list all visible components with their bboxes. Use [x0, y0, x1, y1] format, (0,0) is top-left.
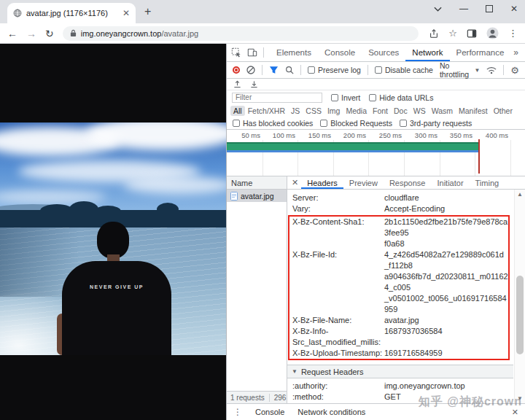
name-column-header[interactable]: Name: [227, 176, 287, 190]
third-party-requests-checkbox[interactable]: 3rd-party requests: [400, 119, 472, 128]
tab-initiator[interactable]: Initiator: [431, 176, 469, 189]
tab-performance[interactable]: Performance: [450, 44, 511, 61]
side-panel-icon[interactable]: [467, 28, 477, 39]
detail-close-icon[interactable]: ✕: [292, 178, 298, 187]
drawer-menu-icon[interactable]: ⋮: [233, 407, 242, 417]
network-filter-input[interactable]: [232, 93, 322, 103]
tab-network[interactable]: Network: [405, 44, 449, 61]
window-close-button[interactable]: ✕: [510, 4, 518, 14]
devtools-drawer: ⋮ Console Network conditions ✕: [227, 403, 525, 420]
hide-data-urls-checkbox[interactable]: Hide data URLs: [369, 93, 433, 102]
overview-response-bar: [227, 142, 478, 150]
tick-label: 100 ms: [262, 131, 295, 139]
globe-icon: [13, 9, 22, 18]
pill-font[interactable]: Font: [370, 106, 391, 116]
blocked-requests-checkbox[interactable]: Blocked Requests: [320, 119, 392, 128]
shirt-text: NEVER GIVE UP: [62, 284, 171, 289]
drawer-tab-console[interactable]: Console: [255, 408, 284, 416]
tab-timing[interactable]: Timing: [470, 176, 505, 189]
overview-dcl-bar: [227, 150, 478, 152]
url-bar[interactable]: img.oneyangcrown.top/avatar.jpg: [63, 26, 419, 41]
pill-ws[interactable]: WS: [411, 106, 429, 116]
header-row: :path: /avatar.jpg: [287, 402, 513, 403]
new-tab-button[interactable]: +: [144, 5, 151, 18]
browser-toolbar: ← → ↻ img.oneyangcrown.top/avatar.jpg ☆ …: [0, 23, 525, 44]
tab-elements[interactable]: Elements: [270, 44, 318, 61]
triangle-down-icon: ▼: [292, 368, 298, 375]
browser-tab[interactable]: avatar.jpg (1176×1176) ✕: [7, 3, 136, 23]
header-row: X-Bz-Content-Sha1: 2b1c1150ed2fbe21b75fe…: [289, 217, 508, 249]
invert-checkbox[interactable]: Invert: [331, 93, 360, 102]
header-row: :authority: img.oneyangcrown.top: [287, 381, 513, 392]
tick-label: 300 ms: [404, 131, 438, 139]
inspect-element-icon[interactable]: [231, 47, 241, 58]
disable-cache-checkbox[interactable]: Disable cache: [375, 66, 433, 74]
import-har-icon[interactable]: [233, 80, 241, 88]
url-domain: img.oneyangcrown.top: [81, 29, 162, 38]
record-icon[interactable]: [233, 66, 240, 74]
tick-label: 400 ms: [475, 131, 508, 139]
scroll-down-icon[interactable]: ▼: [515, 395, 525, 402]
headers-pane: Server: cloudflare Vary: Accept-Encoding…: [287, 190, 525, 403]
pill-all[interactable]: All: [230, 106, 245, 116]
highlight-annotation-box: X-Bz-Content-Sha1: 2b1c1150ed2fbe21b75fe…: [288, 215, 510, 360]
network-settings-icon[interactable]: ⚙: [510, 66, 519, 75]
pill-media[interactable]: Media: [343, 106, 370, 116]
lock-icon: [70, 29, 77, 37]
tick-label: 250 ms: [368, 131, 402, 139]
tick-label: 150 ms: [298, 131, 331, 139]
filter-icon[interactable]: [269, 66, 279, 74]
scroll-up-icon[interactable]: ▲: [515, 191, 525, 198]
forward-button[interactable]: →: [26, 28, 36, 39]
tab-close-icon[interactable]: ✕: [122, 9, 130, 18]
maximize-button[interactable]: [486, 5, 493, 12]
pill-fetch-xhr[interactable]: Fetch/XHR: [245, 106, 288, 116]
tab-strip: avatar.jpg (1176×1176) ✕ + — ✕: [0, 0, 525, 23]
tab-response[interactable]: Response: [384, 176, 432, 189]
scrollbar-thumb[interactable]: [516, 276, 524, 354]
device-toolbar-icon[interactable]: [247, 47, 257, 58]
pill-img[interactable]: Img: [324, 106, 343, 116]
header-row: X-Bz-File-Name: avatar.jpg: [289, 315, 508, 326]
request-row-avatar[interactable]: avatar.jpg: [227, 190, 287, 202]
tick-label: 50 ms: [227, 131, 260, 139]
bookmark-star-icon[interactable]: ☆: [448, 28, 457, 39]
export-har-icon[interactable]: [250, 80, 258, 88]
more-tabs-icon[interactable]: »: [510, 47, 521, 58]
header-row: :method: GET: [287, 392, 513, 402]
detail-scrollbar[interactable]: ▲ ▼: [514, 190, 525, 403]
pill-manifest[interactable]: Manifest: [456, 106, 491, 116]
photo-person-head: [97, 222, 129, 258]
pill-wasm[interactable]: Wasm: [429, 106, 456, 116]
pill-doc[interactable]: Doc: [391, 106, 411, 116]
profile-avatar[interactable]: [486, 27, 499, 39]
tab-search-icon[interactable]: [434, 7, 442, 12]
pill-css[interactable]: CSS: [303, 106, 324, 116]
tab-headers[interactable]: Headers: [301, 176, 343, 189]
url-path: /avatar.jpg: [161, 29, 198, 38]
share-icon[interactable]: [429, 28, 439, 39]
pill-js[interactable]: JS: [288, 106, 303, 116]
drawer-close-icon[interactable]: ✕: [512, 408, 518, 417]
tick-label: 350 ms: [439, 131, 472, 139]
minimize-button[interactable]: —: [459, 4, 468, 14]
network-conditions-icon[interactable]: [486, 66, 497, 74]
network-overview-timeline[interactable]: 50 ms 100 ms 150 ms 200 ms 250 ms 300 ms…: [227, 130, 525, 176]
tab-console[interactable]: Console: [318, 44, 362, 61]
tab-sources[interactable]: Sources: [362, 44, 405, 61]
throttling-dropdown[interactable]: No throttling ▼: [440, 61, 480, 79]
network-summary-bar: 1 requests 296: [227, 391, 287, 403]
header-row: X-Bz-File-Id: 4_z426d54082a27e129889c061…: [289, 249, 508, 315]
clear-icon[interactable]: [246, 66, 255, 74]
back-button[interactable]: ←: [7, 28, 18, 39]
browser-menu-icon[interactable]: ⋮: [508, 28, 518, 39]
devtools-panel: Elements Console Sources Network Perform…: [226, 44, 525, 420]
search-icon[interactable]: [285, 66, 294, 74]
has-blocked-cookies-checkbox[interactable]: Has blocked cookies: [233, 119, 313, 128]
preserve-log-checkbox[interactable]: Preserve log: [308, 66, 361, 74]
drawer-tab-network-conditions[interactable]: Network conditions: [298, 408, 365, 416]
reload-button[interactable]: ↻: [45, 28, 54, 39]
tab-preview[interactable]: Preview: [343, 176, 384, 189]
pill-other[interactable]: Other: [491, 106, 516, 116]
request-headers-section[interactable]: ▼ Request Headers: [287, 365, 513, 378]
